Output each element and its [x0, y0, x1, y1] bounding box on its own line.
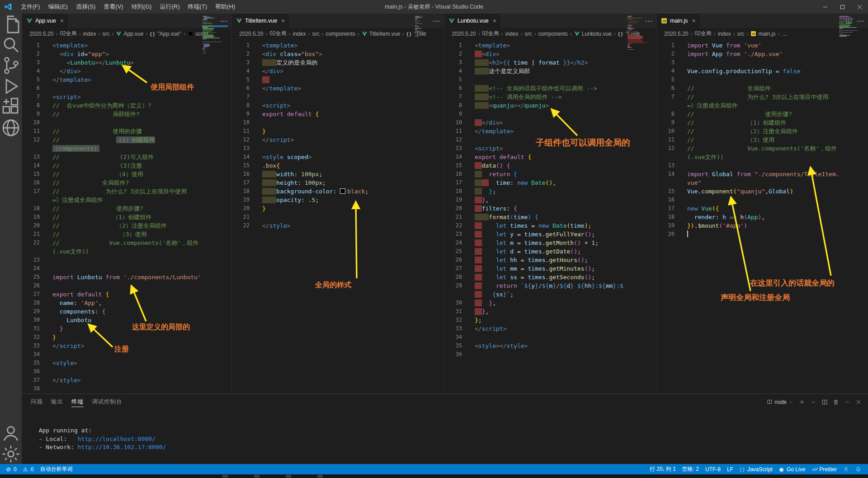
tab-close-icon[interactable]: ×	[493, 18, 496, 24]
menu-7[interactable]: 帮助(H)	[211, 0, 239, 14]
breadcrumb-item[interactable]: index	[505, 31, 519, 37]
code-editor-app-vue[interactable]: 1<template>2 <div id="app">3 <Lunbotu></…	[22, 40, 231, 394]
tab-close-icon[interactable]: ×	[281, 18, 285, 24]
terminal-close-icon[interactable]	[855, 399, 862, 405]
activity-settings[interactable]	[0, 444, 22, 464]
minimap[interactable]	[414, 15, 440, 38]
status-right-javascript[interactable]: { }JavaScript	[736, 464, 776, 474]
status-left-自动分析单词[interactable]: 自动分析单词	[37, 464, 75, 474]
line-number: 25	[22, 273, 40, 281]
terminal-link[interactable]: http://localhost:8080/	[78, 436, 156, 442]
breadcrumb-item[interactable]: TitleItem.vue	[362, 31, 400, 37]
breadcrumb-item[interactable]: …	[782, 31, 787, 37]
code-editor-titleitem-vue[interactable]: 1<template>2<div class="box">3 定义的是全局的4<…	[232, 40, 444, 394]
breadcrumb-item[interactable]: src	[737, 31, 744, 37]
line-number: 1	[22, 41, 40, 50]
breadcrumb-item[interactable]: 02全局	[60, 30, 76, 37]
minimap[interactable]	[202, 15, 228, 56]
breadcrumb-item[interactable]: 02全局	[482, 30, 499, 37]
activity-files[interactable]	[0, 14, 22, 34]
tab-lunbotu-vue[interactable]: Lunbotu.vue×	[444, 14, 501, 28]
breadcrumb-item[interactable]: components	[538, 31, 567, 37]
breadcrumb-item[interactable]: App.vue	[116, 31, 143, 37]
minimap-mark	[415, 30, 423, 31]
status-right-空格-2[interactable]: 空格: 2	[679, 464, 702, 474]
code-line: 13// (2)引入组件	[22, 153, 231, 161]
terminal-line: - Network: http://10.36.102.17:8080/	[32, 443, 166, 452]
panel-tab-调试控制台[interactable]: 调试控制台	[92, 394, 123, 410]
line-number: 5	[22, 75, 40, 84]
breadcrumb-item[interactable]: 02全局	[269, 30, 286, 37]
status-right-行-20-列-1[interactable]: 行 20, 列 1	[646, 464, 679, 474]
terminal-trash-icon[interactable]	[833, 399, 839, 405]
tab-close-icon[interactable]: ×	[60, 18, 64, 24]
status-left-0[interactable]: ⊘0	[3, 464, 20, 474]
menu-6[interactable]: 终端(T)	[184, 0, 211, 14]
breadcrumb-item[interactable]: src	[312, 31, 319, 37]
breadcrumb-item[interactable]: JSmain.js	[750, 31, 775, 37]
tab-titleitem-vue[interactable]: TitleItem.vue×	[232, 14, 289, 28]
minimize-button[interactable]	[816, 0, 834, 14]
breadcrumb-item[interactable]: 2020.5.20	[664, 31, 688, 37]
close-window-button[interactable]	[851, 0, 868, 14]
activity-source-control[interactable]	[0, 55, 22, 76]
menu-0[interactable]: 文件(F)	[17, 0, 44, 14]
activity-search[interactable]	[0, 34, 22, 55]
breadcrumb-item[interactable]: 2020.5.20	[452, 31, 476, 37]
tab-main-js[interactable]: JSmain.js×	[657, 14, 700, 28]
breadcrumb-item[interactable]: 2020.5.20	[29, 31, 53, 37]
panel-tab-输出[interactable]: 输出	[51, 394, 63, 410]
terminal-shell-select[interactable]: node	[767, 399, 794, 405]
minimap-mark	[203, 23, 212, 24]
tab-app-vue[interactable]: App.vue×	[22, 14, 68, 28]
panel-tab-终端[interactable]: 终端	[71, 394, 84, 410]
panel-tab-问题[interactable]: 问题	[31, 394, 43, 410]
line-number: 24	[22, 264, 40, 273]
terminal-plus-icon[interactable]	[799, 399, 805, 405]
breadcrumb-item[interactable]: components	[326, 31, 355, 37]
menu-2[interactable]: 选择(S)	[72, 0, 99, 14]
minimap[interactable]	[627, 15, 653, 53]
status-right-prettier[interactable]: ✓✓Prettier	[808, 464, 840, 474]
breadcrumb-item[interactable]: { }"App.vue"	[150, 31, 181, 37]
terminal-split-icon[interactable]	[821, 399, 828, 405]
activity-account[interactable]	[0, 423, 22, 444]
breadcrumb-item[interactable]: 02全局	[694, 30, 711, 37]
activity-globe[interactable]	[0, 117, 22, 138]
line-number: 15	[657, 187, 675, 196]
menu-3[interactable]: 查看(V)	[99, 0, 127, 14]
status-right-person[interactable]	[840, 464, 852, 474]
menu-4[interactable]: 转到(G)	[127, 0, 156, 14]
breadcrumb-item[interactable]: src	[524, 31, 532, 37]
breadcrumb-item[interactable]: Lunbotu.vue	[574, 31, 612, 37]
menu-1[interactable]: 编辑(E)	[44, 0, 72, 14]
breadcrumb-item[interactable]: 2020.5.20	[239, 31, 263, 37]
status-right-bell[interactable]	[852, 464, 864, 474]
status-right-utf-8[interactable]: UTF-8	[702, 464, 724, 474]
line-number: 13	[22, 153, 40, 161]
status-left-0[interactable]: ⚠0	[20, 464, 37, 474]
breadcrumb-item[interactable]: src	[102, 31, 109, 37]
terminal-chevron-down-icon[interactable]	[810, 399, 816, 405]
code-editor-main-js[interactable]: 1import Vue from 'vue'2import App from '…	[657, 40, 868, 394]
maximize-button[interactable]	[834, 0, 851, 14]
activity-extensions[interactable]	[0, 97, 22, 117]
tab-close-icon[interactable]: ×	[692, 18, 696, 24]
breadcrumb-item[interactable]: index	[293, 31, 306, 37]
window-title: main.js - 吴敏老师 - Visual Studio Code	[385, 3, 483, 11]
status-right-lf[interactable]: LF	[724, 464, 736, 474]
code-editor-lunbotu-vue[interactable]: 1<template>2 <div>3 <h2>{{ time | format…	[444, 40, 656, 394]
line-number: 15	[444, 161, 462, 170]
terminal-link[interactable]: http://10.36.102.17:8080/	[78, 444, 166, 450]
status-right-go-live[interactable]: ◉Go Live	[776, 464, 808, 474]
terminal-output[interactable]: App running at: - Local: http://localhos…	[32, 426, 166, 452]
minimap[interactable]	[838, 15, 864, 39]
menu-5[interactable]: 运行(R)	[156, 0, 184, 14]
activity-run-debug[interactable]	[0, 76, 22, 97]
breadcrumb-item[interactable]: index	[83, 31, 96, 37]
terminal-chevron-up-icon[interactable]	[844, 399, 850, 405]
breadcrumb-label: 02全局	[694, 30, 711, 37]
breadcrumb-item[interactable]: index	[718, 31, 731, 37]
breadcrumb-separator: ›	[358, 31, 359, 37]
tab-strip: TitleItem.vue×⋯	[232, 14, 444, 28]
